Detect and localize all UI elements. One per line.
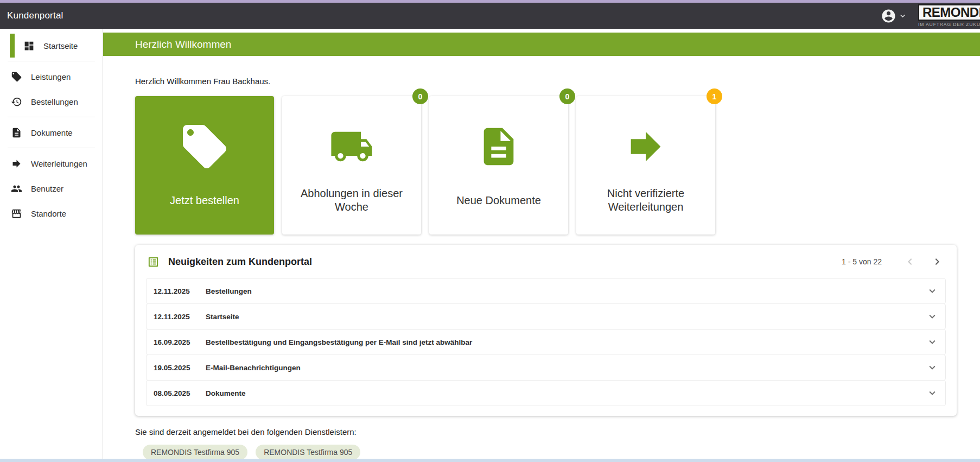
- news-row-title: Bestellungen: [206, 287, 926, 295]
- avatar-icon: [881, 8, 896, 24]
- news-panel: Neuigkeiten zum Kundenportal 1 - 5 von 2…: [135, 245, 957, 416]
- pagination-prev-button[interactable]: [903, 255, 917, 268]
- sidebar-item-dokumente[interactable]: Dokumente: [0, 120, 103, 145]
- sidebar-item-label: Startseite: [43, 41, 78, 50]
- news-pagination: 1 - 5 von 22: [842, 257, 882, 266]
- sidebar-item-leistungen[interactable]: Leistungen: [0, 64, 103, 89]
- news-row[interactable]: 12.11.2025 Startseite: [146, 303, 946, 330]
- news-list: 12.11.2025 Bestellungen 12.11.2025 Start…: [146, 278, 946, 406]
- dashboard-icon: [23, 40, 35, 52]
- card-badge: 0: [559, 88, 575, 104]
- chevron-down-icon[interactable]: [926, 336, 938, 348]
- document-icon: [476, 110, 521, 183]
- chevron-down-icon[interactable]: [926, 362, 938, 374]
- card-neue-dokumente[interactable]: 0 Neue Dokumente: [429, 96, 568, 235]
- sidebar-divider: [8, 148, 95, 148]
- card-badge: 0: [412, 88, 428, 104]
- card-label: Neue Dokumente: [447, 183, 551, 218]
- news-row-title: Startseite: [206, 313, 926, 321]
- provider-chip: REMONDIS Testfirma 905: [143, 445, 247, 460]
- sidebar-item-weiterleitungen[interactable]: Weiterleitungen: [0, 151, 103, 176]
- card-badge: 1: [707, 88, 722, 104]
- dashboard-cards: Jetzt bestellen 0 Abholungen in dieser W…: [135, 96, 980, 235]
- providers-text: Sie sind derzeit angemeldet bei den folg…: [135, 427, 980, 436]
- news-row-date: 08.05.2025: [154, 389, 196, 397]
- app-title: Kundenportal: [7, 10, 63, 21]
- document-icon: [11, 127, 22, 138]
- card-abholungen[interactable]: 0 Abholungen in dieser Woche: [282, 96, 421, 235]
- sidebar-divider: [8, 61, 95, 61]
- logo-wordmark: REMONDIS: [918, 4, 980, 21]
- news-row-title: Dokumente: [206, 389, 926, 397]
- sidebar-item-benutzer[interactable]: Benutzer: [0, 176, 103, 201]
- provider-chips: REMONDIS Testfirma 905 REMONDIS Testfirm…: [143, 445, 980, 460]
- news-title: Neuigkeiten zum Kundenportal: [168, 256, 312, 268]
- users-icon: [11, 183, 22, 194]
- arrow-right-icon: [11, 158, 22, 169]
- news-row-title: Bestellbestätigung und Eingangsbestätigu…: [206, 338, 926, 346]
- history-icon: [11, 96, 22, 107]
- news-row[interactable]: 16.09.2025 Bestellbestätigung und Eingan…: [146, 329, 946, 355]
- tag-icon: [179, 110, 231, 183]
- truck-icon: [329, 110, 374, 183]
- sidebar-item-label: Standorte: [31, 209, 66, 218]
- sidebar-item-standorte[interactable]: Standorte: [0, 201, 103, 226]
- pagination-next-button[interactable]: [931, 255, 944, 268]
- app-bar: Kundenportal REMONDIS IM AUFTRAG DER ZUK…: [0, 3, 980, 29]
- news-row-date: 19.05.2025: [154, 364, 196, 372]
- account-button[interactable]: [881, 8, 907, 24]
- list-icon: [147, 256, 160, 268]
- sidebar-item-startseite[interactable]: Startseite: [0, 33, 103, 58]
- card-label: Jetzt bestellen: [160, 183, 249, 218]
- news-row-date: 16.09.2025: [154, 338, 196, 346]
- main-content: Herzlich Willkommen Herzlich Willkommen …: [103, 29, 980, 462]
- page-title: Herzlich Willkommen: [135, 39, 231, 50]
- news-header: Neuigkeiten zum Kundenportal 1 - 5 von 2…: [135, 245, 957, 279]
- sidebar-item-label: Weiterleitungen: [31, 159, 87, 168]
- card-jetzt-bestellen[interactable]: Jetzt bestellen: [135, 96, 274, 235]
- card-label: Abholungen in dieser Woche: [282, 183, 421, 218]
- bottom-strip: [0, 459, 980, 462]
- news-row[interactable]: 08.05.2025 Dokumente: [146, 380, 946, 406]
- card-weiterleitungen[interactable]: 1 Nicht verifizierte Weiterleitungen: [576, 96, 715, 235]
- sidebar-divider: [8, 117, 95, 117]
- news-row-title: E-Mail-Benachrichtigungen: [206, 364, 926, 372]
- sidebar-item-label: Dokumente: [31, 128, 73, 137]
- logo-tagline: IM AUFTRAG DER ZUKUNFT: [918, 22, 980, 27]
- news-row[interactable]: 19.05.2025 E-Mail-Benachrichtigungen: [146, 355, 946, 381]
- chevron-down-icon: [898, 11, 907, 21]
- sidebar-item-bestellungen[interactable]: Bestellungen: [0, 89, 103, 114]
- sidebar-item-label: Leistungen: [31, 72, 71, 81]
- news-row-date: 12.11.2025: [154, 313, 196, 321]
- news-row-date: 12.11.2025: [154, 287, 196, 295]
- provider-chip: REMONDIS Testfirma 905: [256, 445, 360, 460]
- remondis-logo: REMONDIS IM AUFTRAG DER ZUKUNFT: [918, 4, 980, 27]
- sidebar: Startseite Leistungen Bestellungen Dokum…: [0, 29, 103, 462]
- welcome-banner: Herzlich Willkommen: [103, 33, 980, 56]
- tag-icon: [11, 71, 22, 83]
- arrow-right-icon: [623, 110, 668, 183]
- storefront-icon: [11, 208, 22, 219]
- news-row[interactable]: 12.11.2025 Bestellungen: [146, 278, 946, 304]
- chevron-down-icon[interactable]: [926, 285, 938, 297]
- chevron-down-icon[interactable]: [926, 387, 938, 399]
- sidebar-item-label: Benutzer: [31, 184, 63, 193]
- chevron-down-icon[interactable]: [926, 311, 938, 322]
- welcome-text: Herzlich Willkommen Frau Backhaus.: [135, 77, 980, 86]
- sidebar-item-label: Bestellungen: [31, 97, 78, 106]
- card-label: Nicht verifizierte Weiterleitungen: [576, 183, 715, 218]
